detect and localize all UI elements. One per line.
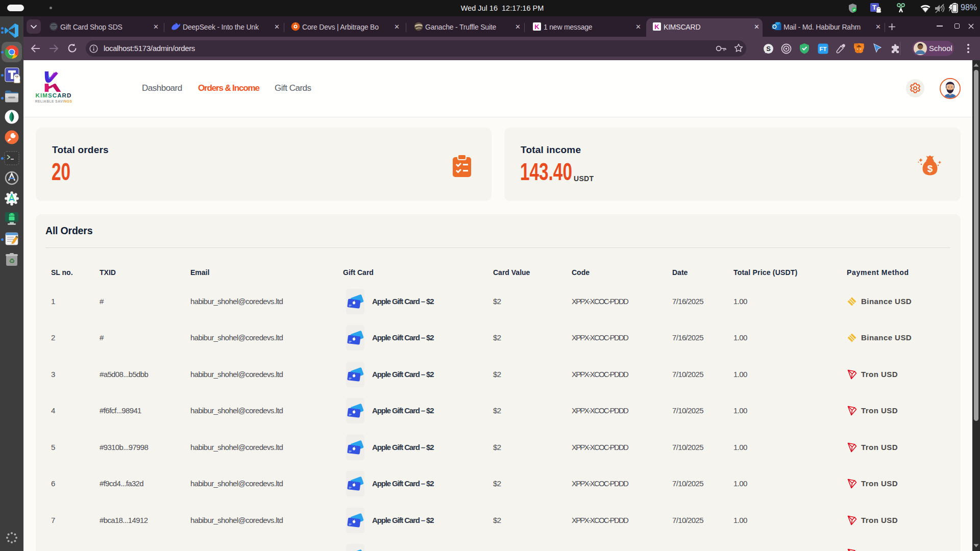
svg-text:K: K: [654, 23, 659, 31]
svg-text:FT: FT: [819, 46, 826, 52]
svg-text:K: K: [534, 23, 540, 31]
svg-text:♻: ♻: [9, 257, 15, 265]
svg-text:T: T: [872, 4, 876, 11]
svg-text:$: $: [927, 163, 933, 174]
svg-text:S: S: [766, 45, 771, 53]
